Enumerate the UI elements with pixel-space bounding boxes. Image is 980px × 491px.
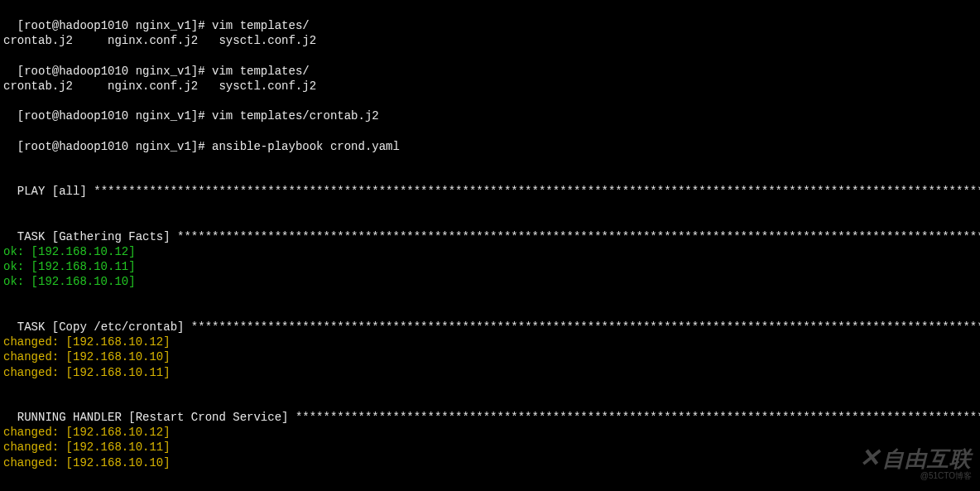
- prompt: [root@hadoop1010 nginx_v1]#: [17, 19, 212, 32]
- asterisks: ****************************************…: [295, 411, 980, 424]
- task-copy-header: TASK [Copy /etc/crontab] ***************…: [3, 305, 977, 335]
- status-changed: changed: [192.168.10.12]: [3, 425, 977, 440]
- status-changed: changed: [192.168.10.11]: [3, 365, 977, 380]
- blank: [3, 199, 977, 214]
- status-changed: changed: [192.168.10.11]: [3, 440, 977, 455]
- cmd-text: vim templates/: [212, 65, 310, 78]
- status-ok: ok: [192.168.10.12]: [3, 244, 977, 259]
- blank: [3, 290, 977, 305]
- handler-label: RUNNING HANDLER [Restart Crond Service]: [17, 411, 295, 424]
- cmd-text: vim templates/crontab.j2: [212, 109, 379, 123]
- cmd-line: [root@hadoop1010 nginx_v1]# vim template…: [3, 3, 977, 33]
- task-label: TASK [Copy /etc/crontab]: [17, 320, 191, 334]
- handler-header: RUNNING HANDLER [Restart Crond Service] …: [3, 395, 977, 425]
- asterisks: ****************************************…: [94, 185, 980, 198]
- asterisks: ****************************************…: [177, 230, 980, 243]
- file-list: crontab.j2 nginx.conf.j2 sysctl.conf.j2: [3, 33, 977, 48]
- status-ok: ok: [192.168.10.10]: [3, 274, 977, 289]
- file-list: crontab.j2 nginx.conf.j2 sysctl.conf.j2: [3, 79, 977, 94]
- status-changed: changed: [192.168.10.12]: [3, 335, 977, 349]
- prompt: [root@hadoop1010 nginx_v1]#: [17, 109, 212, 123]
- cmd-line: [root@hadoop1010 nginx_v1]# ansible-play…: [3, 124, 977, 154]
- cmd-text: vim templates/: [212, 19, 310, 32]
- asterisks: ****************************************…: [191, 320, 980, 334]
- cmd-line: [root@hadoop1010 nginx_v1]# vim template…: [3, 49, 977, 79]
- cmd-line: [root@hadoop1010 nginx_v1]# vim template…: [3, 94, 977, 123]
- recap-header: PLAY RECAP *****************************…: [3, 485, 977, 491]
- play-header: PLAY [all] *****************************…: [3, 169, 977, 199]
- prompt: [root@hadoop1010 nginx_v1]#: [17, 65, 212, 78]
- task-gather-header: TASK [Gathering Facts] *****************…: [3, 214, 977, 244]
- status-changed: changed: [192.168.10.10]: [3, 349, 977, 364]
- prompt: [root@hadoop1010 nginx_v1]#: [17, 140, 212, 153]
- status-changed: changed: [192.168.10.10]: [3, 455, 977, 470]
- blank: [3, 470, 977, 485]
- blank: [3, 154, 977, 169]
- cmd-text: ansible-playbook crond.yaml: [212, 140, 400, 153]
- task-label: TASK [Gathering Facts]: [17, 230, 177, 243]
- status-ok: ok: [192.168.10.11]: [3, 259, 977, 274]
- blank: [3, 380, 977, 395]
- play-label: PLAY [all]: [17, 185, 94, 198]
